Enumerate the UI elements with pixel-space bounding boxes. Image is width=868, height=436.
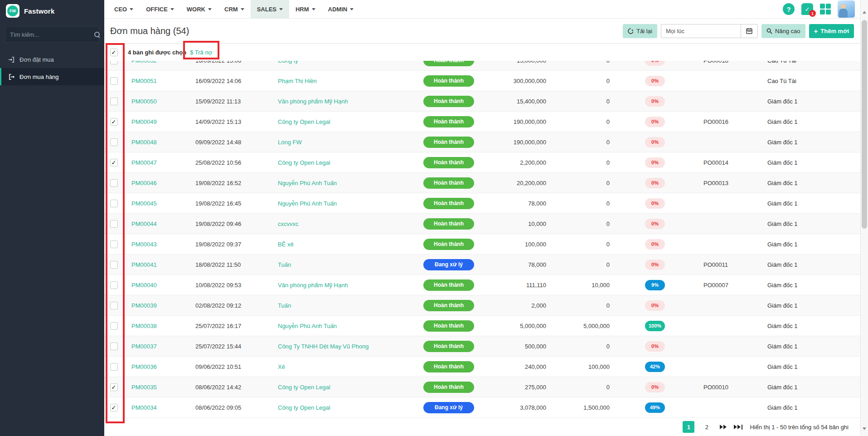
last-page-button[interactable] <box>734 425 742 430</box>
help-icon[interactable]: ? <box>783 3 795 15</box>
nav-menu-admin[interactable]: ADMIN <box>322 0 360 18</box>
order-code-link[interactable]: PM00039 <box>123 302 186 309</box>
reload-button[interactable]: Tải lại <box>623 24 657 38</box>
pay-debt-link[interactable]: $ Trả nợ <box>190 49 212 56</box>
select-all-checkbox[interactable]: ✓ <box>110 49 118 56</box>
row-checkbox[interactable] <box>110 200 118 207</box>
paid-amount: 5,000,000 <box>560 323 616 329</box>
nav-menu-hrm[interactable]: HRM <box>289 0 322 18</box>
po-code: PO00013 <box>693 180 752 186</box>
supplier-link[interactable]: Công ty Open Legal <box>272 118 410 125</box>
user-avatar[interactable] <box>838 0 855 18</box>
supplier-link[interactable]: Công Ty TNHH Dệt May Vũ Phong <box>272 343 410 350</box>
scroll-up-arrow[interactable] <box>863 11 866 14</box>
order-code-link[interactable]: PM00046 <box>123 180 186 186</box>
sidebar-item-đơn-mua-hàng[interactable]: Đơn mua hàng <box>0 68 104 85</box>
row-checkbox[interactable] <box>110 363 118 371</box>
status-cell: Hoàn thành <box>410 137 487 148</box>
order-code-link[interactable]: PM00047 <box>123 159 186 166</box>
supplier-link[interactable]: Văn phòng phẩm Mỹ Hạnh <box>272 98 410 105</box>
page-button-1[interactable]: 1 <box>683 421 694 433</box>
paid-amount: 0 <box>560 98 616 105</box>
scrollbar-thumb[interactable] <box>862 20 867 229</box>
notifications-icon[interactable]: ✓1 <box>801 3 813 15</box>
supplier-link[interactable]: Công ty Open Legal <box>272 159 410 166</box>
paid-percent-badge: 0% <box>645 382 665 392</box>
supplier-link[interactable]: Công ty Open Legal <box>272 384 410 391</box>
nav-menu-crm[interactable]: CRM <box>218 0 251 18</box>
order-date: 18/08/2022 11:50 <box>186 261 272 268</box>
row-checkbox[interactable]: ✓ <box>110 404 118 412</box>
row-checkbox[interactable] <box>110 281 118 289</box>
order-code-link[interactable]: PM00049 <box>123 118 186 125</box>
row-checkbox[interactable] <box>110 322 118 330</box>
scroll-down-arrow[interactable] <box>863 427 866 430</box>
row-checkbox[interactable] <box>110 240 118 248</box>
row-checkbox[interactable] <box>110 220 118 228</box>
table-row: PM0004809/09/2022 14:48Lòng FWHoàn thành… <box>104 132 860 152</box>
reload-label: Tải lại <box>636 28 652 34</box>
supplier-link[interactable]: Công ty Open Legal <box>272 404 410 411</box>
refresh-icon <box>628 28 634 34</box>
nav-menu-work[interactable]: WORK <box>180 0 218 18</box>
paid-amount: 100,000 <box>560 363 616 370</box>
sidebar-search[interactable] <box>5 26 99 43</box>
sidebar-item-đơn-đặt-mua[interactable]: Đơn đặt mua <box>0 51 104 68</box>
order-code-link[interactable]: PM00044 <box>123 220 186 227</box>
supplier-link[interactable]: Nguyễn Phú Anh Tuấn <box>272 323 410 329</box>
order-code-link[interactable]: PM00034 <box>123 404 186 411</box>
order-code-link[interactable]: PM00048 <box>123 139 186 146</box>
row-checkbox[interactable] <box>110 77 118 85</box>
order-code-link[interactable]: PM00050 <box>123 98 186 105</box>
total-amount: 20,200,000 <box>487 180 560 186</box>
row-checkbox[interactable] <box>110 138 118 146</box>
supplier-link[interactable]: Tuấn <box>272 261 410 268</box>
nav-menu-sales[interactable]: SALES <box>251 0 289 18</box>
row-checkbox[interactable] <box>110 302 118 309</box>
paid-percent-badge: 49% <box>645 402 665 413</box>
supplier-link[interactable]: Nguyễn Phú Anh Tuấn <box>272 200 410 207</box>
apps-grid-icon[interactable] <box>820 4 831 15</box>
order-code-link[interactable]: PM00043 <box>123 241 186 248</box>
row-checkbox[interactable]: ✓ <box>110 159 118 167</box>
calendar-button[interactable] <box>741 24 758 38</box>
sidebar-search-input[interactable] <box>5 31 94 38</box>
vertical-scrollbar[interactable] <box>860 0 868 436</box>
supplier-link[interactable]: Tuấn <box>272 302 410 309</box>
supplier-link[interactable]: Nguyễn Phú Anh Tuấn <box>272 180 410 186</box>
add-new-button[interactable]: + Thêm mới <box>809 24 854 38</box>
order-code-link[interactable]: PM00035 <box>123 384 186 391</box>
supplier-link[interactable]: Lòng FW <box>272 139 410 146</box>
date-filter-input[interactable] <box>661 24 741 38</box>
page-button-2[interactable]: 2 <box>701 421 713 433</box>
row-checkbox[interactable] <box>110 261 118 269</box>
supplier-link[interactable]: Văn phòng phẩm Mỹ Hạnh <box>272 282 410 289</box>
status-badge: Hoàn thành <box>423 320 474 332</box>
status-badge: Hoàn thành <box>423 96 474 107</box>
table-row: ✓PM0003508/06/2022 14:42Công ty Open Leg… <box>104 377 860 397</box>
next-page-button[interactable] <box>720 425 727 429</box>
row-checkbox[interactable] <box>110 343 118 350</box>
nav-menu-ceo[interactable]: CEO <box>108 0 140 18</box>
order-code-link[interactable]: PM00040 <box>123 282 186 289</box>
supplier-link[interactable]: cxcvvxc <box>272 220 410 227</box>
order-code-link[interactable]: PM00045 <box>123 200 186 207</box>
advanced-search-button[interactable]: Nâng cao <box>761 24 805 38</box>
table-row: PM0004619/08/2022 16:52Nguyễn Phú Anh Tu… <box>104 173 860 193</box>
paid-percent-badge: 9% <box>645 280 665 290</box>
row-checkbox[interactable] <box>110 179 118 187</box>
table-row: PM0004319/08/2022 09:37BÊ xêHoàn thành10… <box>104 234 860 255</box>
order-code-link[interactable]: PM00051 <box>123 78 186 84</box>
row-checkbox[interactable]: ✓ <box>110 383 118 391</box>
order-code-link[interactable]: PM00038 <box>123 323 186 329</box>
order-code-link[interactable]: PM00041 <box>123 261 186 268</box>
orders-table: PM0005216/09/2022 15:06Công tyHoàn thành… <box>104 50 860 418</box>
row-checkbox[interactable] <box>110 98 118 105</box>
supplier-link[interactable]: Xê <box>272 363 410 370</box>
supplier-link[interactable]: BÊ xê <box>272 241 410 248</box>
row-checkbox[interactable]: ✓ <box>110 118 118 126</box>
nav-menu-office[interactable]: OFFICE <box>140 0 180 18</box>
order-code-link[interactable]: PM00037 <box>123 343 186 350</box>
supplier-link[interactable]: Phạm Thị Hiền <box>272 78 410 84</box>
order-code-link[interactable]: PM00036 <box>123 363 186 370</box>
